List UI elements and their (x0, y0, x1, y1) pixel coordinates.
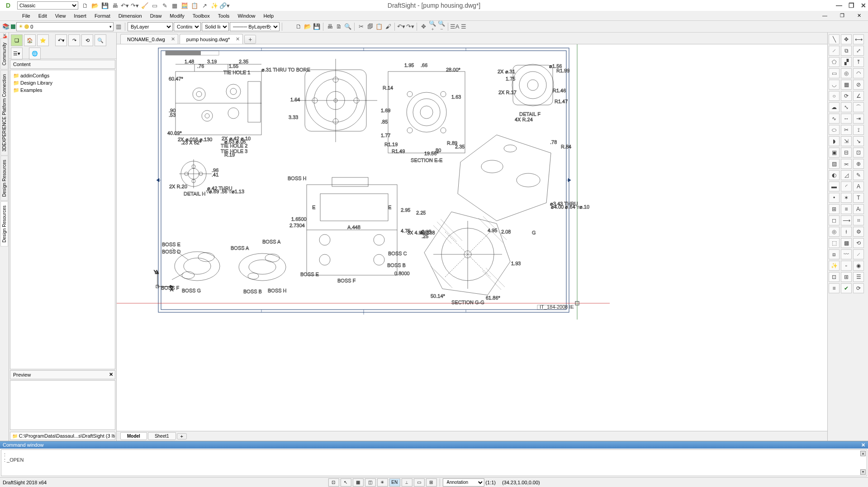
ellipse-arc-icon[interactable]: ◗ (829, 136, 840, 146)
content-tree[interactable]: addinConfigs Design Library Examples (10, 70, 115, 369)
redo2-icon[interactable]: ↷▾ (406, 23, 414, 31)
menu-toolbox[interactable]: Toolbox (189, 12, 214, 20)
menu-window[interactable]: Window (233, 12, 259, 20)
sheet1-tab[interactable]: Sheet1 (148, 432, 176, 440)
command-input[interactable]: : : _OPEN ▴▾ (1, 449, 867, 476)
donut-icon[interactable]: ◎ (829, 227, 840, 237)
field-icon[interactable]: ⌗ (853, 215, 864, 225)
workspace-selector[interactable]: Classic (17, 1, 78, 10)
up-icon[interactable]: ⟲ (81, 34, 93, 46)
palette-icon[interactable]: ☰ (460, 23, 468, 31)
preview-close-icon[interactable]: ✕ (109, 372, 113, 377)
workspace-dropdown[interactable]: Classic (17, 1, 78, 10)
dim-style-icon[interactable]: ⚙ (853, 227, 864, 237)
menu-file[interactable]: File (18, 12, 34, 20)
cmd-close-icon[interactable]: ✕ (861, 442, 865, 448)
color-swatch-icon[interactable] (11, 24, 15, 29)
gradient-icon[interactable]: ◐ (829, 170, 840, 180)
props-icon[interactable]: ☰A (451, 23, 459, 31)
circle-icon[interactable]: ○ (829, 91, 840, 101)
calc-icon[interactable]: 🧮 (180, 1, 189, 10)
wipeout-icon[interactable]: ◻ (829, 215, 840, 225)
dim-linear-icon[interactable]: ⟷ (853, 34, 864, 44)
doc-tab-pump-housing[interactable]: pump housing.dwg* ✕ (180, 34, 243, 44)
linetype-select[interactable]: Continuous (174, 22, 201, 31)
snap2-icon[interactable]: ⊞ (841, 272, 852, 282)
undo2-icon[interactable]: ↶▾ (397, 23, 405, 31)
vtab-design-resources-active[interactable]: Design Resources (0, 201, 8, 247)
sync-icon[interactable]: ⟳ (853, 283, 864, 293)
grid-toggle-icon[interactable]: ▦ (352, 478, 363, 487)
doc-tab-noname[interactable]: NONAME_0.dwg ✕ (120, 34, 178, 44)
vtab-3dexperience[interactable]: 3DEXPERIENCE Platform Connection (0, 70, 8, 156)
menu-insert[interactable]: Insert (70, 12, 90, 20)
polar-toggle-icon[interactable]: ✳ (377, 478, 388, 487)
line-icon[interactable]: ╲ (829, 34, 840, 44)
print2-icon[interactable]: 🖶 (326, 23, 334, 31)
erase-icon[interactable]: 🧹 (141, 1, 149, 10)
clipboard-icon[interactable]: 📋 (190, 1, 199, 10)
cut-icon[interactable]: ✂ (357, 23, 365, 31)
mdi-min-icon[interactable]: — (818, 11, 831, 20)
fillet-icon[interactable]: ◜ (841, 181, 852, 191)
find-icon[interactable]: 🔍 (344, 23, 352, 31)
dim-diameter-icon[interactable]: ⊘ (853, 80, 864, 90)
dim-oblique-icon[interactable]: ⟋ (853, 249, 864, 259)
back-icon[interactable]: ↶▾ (55, 34, 67, 46)
print-icon[interactable]: 🖶 (111, 1, 119, 10)
dim-ordinate-icon[interactable]: ⤒ (853, 57, 864, 67)
model-tab[interactable]: Model (120, 432, 147, 440)
3d-icon[interactable]: ⧈ (829, 249, 840, 259)
page-icon[interactable]: ▭ (151, 1, 159, 10)
layer-manager-icon[interactable]: 📚 (2, 23, 10, 31)
menu-draw[interactable]: Draw (146, 12, 166, 20)
drawing-canvas[interactable]: IT_184-2008 IE YX (117, 44, 827, 431)
mtext-icon[interactable]: Aᵢ (853, 204, 864, 214)
copy2-icon[interactable]: ⧉ (841, 46, 852, 56)
menu-edit[interactable]: Edit (34, 12, 51, 20)
new-icon[interactable]: 🗋 (81, 1, 89, 10)
align-icon[interactable]: ≡ (841, 204, 852, 214)
grid-icon[interactable]: ▦ (171, 1, 179, 10)
explode-icon[interactable]: ✶ (841, 193, 852, 203)
tab-close-icon[interactable]: ✕ (236, 36, 240, 42)
tree-item-design-library[interactable]: Design Library (12, 79, 113, 86)
edit-pline-icon[interactable]: ⫲ (841, 227, 852, 237)
print-preview-icon[interactable]: 🗎 (335, 23, 343, 31)
command-window-title[interactable]: Command window ✕ (0, 441, 868, 449)
lineweight-select[interactable]: Solid line (202, 22, 229, 31)
copy-icon[interactable]: 🗐 (366, 23, 374, 31)
ellipse-icon[interactable]: ⬭ (829, 125, 840, 135)
save2-icon[interactable]: 💾 (313, 23, 321, 31)
cmd-scrollbar[interactable]: ▴▾ (860, 451, 866, 475)
path-breadcrumb[interactable]: 📁 C:\ProgramData\Dassaul...s\DraftSight … (10, 432, 115, 440)
array-icon[interactable]: ▦ (841, 80, 852, 90)
dim-continue-icon[interactable]: ⇥ (853, 114, 864, 124)
arc-icon[interactable]: ◡ (829, 80, 840, 90)
vtab-community[interactable]: Community (0, 38, 8, 70)
dim-text-icon[interactable]: A (853, 181, 864, 191)
open-icon[interactable]: 📂 (91, 1, 99, 10)
pan-icon[interactable]: ✥ (419, 23, 427, 31)
extend-icon[interactable]: ⇲ (841, 136, 852, 146)
snap3-icon[interactable]: ☰ (853, 272, 864, 282)
linestyle-select[interactable]: ──── ByLayerByLayer (230, 22, 280, 31)
home-content-icon[interactable]: ❏ (11, 34, 23, 46)
check-icon[interactable]: ✔ (841, 283, 852, 293)
menu-modify[interactable]: Modify (166, 12, 188, 20)
move-icon[interactable]: ✥ (841, 34, 852, 44)
block-icon[interactable]: ▣ (829, 148, 840, 158)
dim-aligned-icon[interactable]: ⤢ (853, 46, 864, 56)
region-icon[interactable]: ▬ (829, 181, 840, 191)
revcloud-icon[interactable]: ☁ (829, 102, 840, 112)
light-icon[interactable]: ✨ (829, 261, 840, 271)
pencil-icon[interactable]: ✎ (161, 1, 169, 10)
open2-icon[interactable]: 📂 (304, 23, 312, 31)
join-icon[interactable]: ⫘ (841, 159, 852, 169)
search-side-icon[interactable]: 🔍 (95, 34, 106, 46)
center-mark-icon[interactable]: ⊕ (853, 159, 864, 169)
vtab-design-resources[interactable]: Design Resources (0, 156, 8, 201)
leader-icon[interactable]: ↘ (853, 136, 864, 146)
add-sheet-button[interactable]: + (177, 433, 187, 439)
zoom-extents-icon[interactable]: 🔍⁺ (428, 23, 436, 31)
